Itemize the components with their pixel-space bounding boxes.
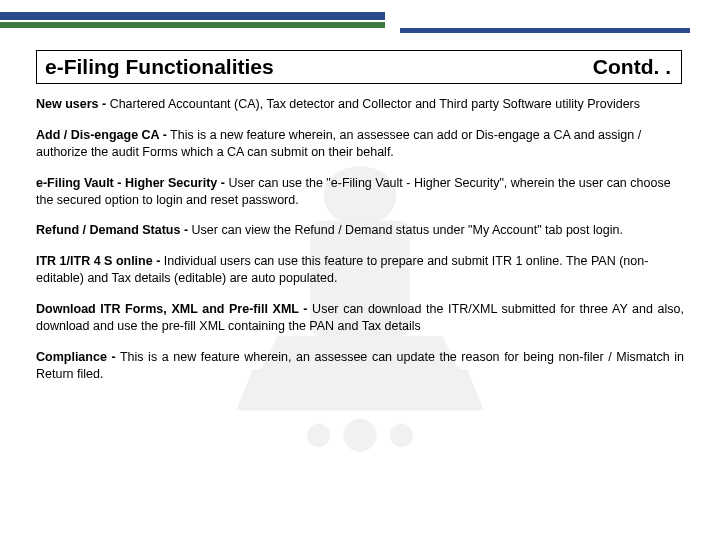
svg-point-4 (344, 419, 377, 452)
body-item: e-Filing Vault - Higher Security - User … (36, 175, 684, 209)
body-item: Add / Dis-engage CA - This is a new feat… (36, 127, 684, 161)
body-item: Compliance - This is a new feature where… (36, 349, 684, 383)
body-item: ITR 1/ITR 4 S online - Individual users … (36, 253, 684, 287)
title-box: e-Filing Functionalities Contd. . (36, 50, 682, 84)
body-item: New users - Chartered Accountant (CA), T… (36, 96, 684, 113)
item-label: Download ITR Forms, XML and Pre-fill XML… (36, 302, 308, 316)
item-text: Chartered Accountant (CA), Tax detector … (106, 97, 640, 111)
item-text: User can view the Refund / Demand status… (188, 223, 623, 237)
item-text: This is a new feature wherein, an assess… (36, 350, 684, 381)
item-label: Compliance - (36, 350, 116, 364)
body-item: Download ITR Forms, XML and Pre-fill XML… (36, 301, 684, 335)
decorative-top-bars (0, 0, 720, 40)
item-label: Refund / Demand Status - (36, 223, 188, 237)
svg-point-6 (390, 424, 413, 447)
body-item: Refund / Demand Status - User can view t… (36, 222, 684, 239)
bar-green (0, 22, 385, 28)
page-title: e-Filing Functionalities (45, 55, 274, 79)
content-area: New users - Chartered Accountant (CA), T… (36, 96, 684, 397)
bar-blue (0, 12, 385, 20)
bar-right (400, 28, 690, 33)
item-label: ITR 1/ITR 4 S online - (36, 254, 160, 268)
page-contd: Contd. . (593, 55, 671, 79)
item-label: e-Filing Vault - Higher Security - (36, 176, 225, 190)
item-label: New users - (36, 97, 106, 111)
item-label: Add / Dis-engage CA - (36, 128, 167, 142)
svg-point-5 (307, 424, 330, 447)
